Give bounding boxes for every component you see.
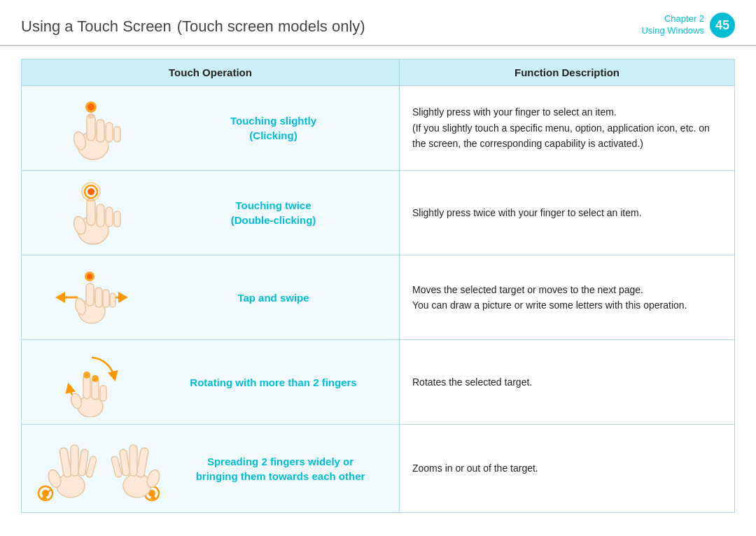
touch-operation-cell: Spreading 2 fingers widely orbringing th… (22, 425, 400, 512)
svg-rect-45 (71, 445, 78, 476)
touch-operation-cell: Touching twice(Double-clicking) (22, 171, 400, 255)
touch-label-double-click: Touching twice(Double-clicking) (155, 198, 392, 227)
svg-point-53 (123, 474, 151, 498)
touch-icon-double-click (29, 178, 155, 248)
desc-clicking: Slightly press with your finger to selec… (400, 86, 734, 170)
svg-point-6 (88, 114, 94, 118)
svg-rect-3 (106, 122, 113, 142)
touch-icon-clicking (29, 93, 155, 163)
page-header: Using a Touch Screen (Touch screen model… (0, 0, 756, 46)
col-desc-header: Function Description (400, 59, 734, 85)
svg-rect-10 (87, 199, 95, 225)
svg-rect-24 (95, 288, 102, 307)
table-header: Touch Operation Function Description (22, 59, 734, 85)
svg-rect-33 (83, 375, 90, 399)
desc-spread: Zooms in or out of the target. (400, 425, 734, 512)
svg-point-32 (78, 396, 103, 417)
chapter-info: Chapter 2 Using Windows 45 (641, 13, 735, 38)
touch-label-clicking: Touching slightly(Clicking) (155, 113, 392, 143)
desc-swipe: Moves the selected target or moves to th… (400, 255, 734, 339)
touch-operation-cell: Rotating with more than 2 fingers (22, 340, 400, 424)
table-row: Rotating with more than 2 fingers Rotate… (22, 339, 734, 424)
chapter-label: Chapter 2 Using Windows (641, 13, 704, 37)
touch-icon-spread (29, 432, 169, 505)
svg-point-37 (83, 372, 90, 379)
svg-rect-25 (103, 290, 109, 307)
svg-point-8 (88, 104, 94, 111)
svg-marker-20 (118, 292, 128, 303)
chapter-number: 45 (710, 13, 735, 38)
table-row: Tap and swipe Moves the selected target … (22, 255, 734, 339)
svg-rect-11 (97, 204, 104, 227)
svg-rect-44 (59, 447, 71, 477)
title-main: Using a Touch Screen (21, 17, 172, 35)
svg-rect-54 (136, 447, 148, 477)
svg-point-43 (57, 474, 85, 498)
desc-double-click: Slightly press twice with your finger to… (400, 171, 734, 255)
touch-icon-swipe (29, 262, 155, 332)
svg-rect-13 (114, 211, 120, 227)
table-row: Spreading 2 fingers widely orbringing th… (22, 424, 734, 512)
table-row: Touching slightly(Clicking) Slightly pre… (22, 85, 734, 170)
touch-icon-rotate (29, 347, 155, 417)
title-sub: (Touch screen models only) (177, 17, 365, 35)
desc-rotate: Rotates the selected target. (400, 340, 734, 424)
svg-point-16 (88, 188, 94, 195)
touch-label-swipe: Tap and swipe (155, 290, 392, 305)
svg-marker-18 (55, 292, 65, 303)
touch-operation-cell: Touching slightly(Clicking) (22, 86, 400, 170)
touch-operation-cell: Tap and swipe (22, 255, 400, 339)
page-title: Using a Touch Screen (Touch screen model… (21, 14, 365, 36)
svg-rect-35 (100, 386, 106, 401)
svg-rect-12 (106, 207, 113, 227)
svg-rect-26 (110, 293, 115, 307)
svg-rect-4 (114, 127, 120, 142)
touch-operations-table: Touch Operation Function Description (21, 59, 735, 513)
svg-point-38 (92, 375, 99, 382)
svg-point-29 (87, 274, 92, 279)
svg-rect-55 (130, 445, 137, 476)
col-touch-header: Touch Operation (22, 59, 400, 85)
svg-rect-2 (97, 120, 104, 142)
svg-rect-23 (86, 283, 94, 306)
table-row: Touching twice(Double-clicking) Slightly… (22, 170, 734, 255)
touch-label-spread: Spreading 2 fingers widely orbringing th… (169, 454, 392, 484)
touch-label-rotate: Rotating with more than 2 fingers (155, 375, 392, 390)
